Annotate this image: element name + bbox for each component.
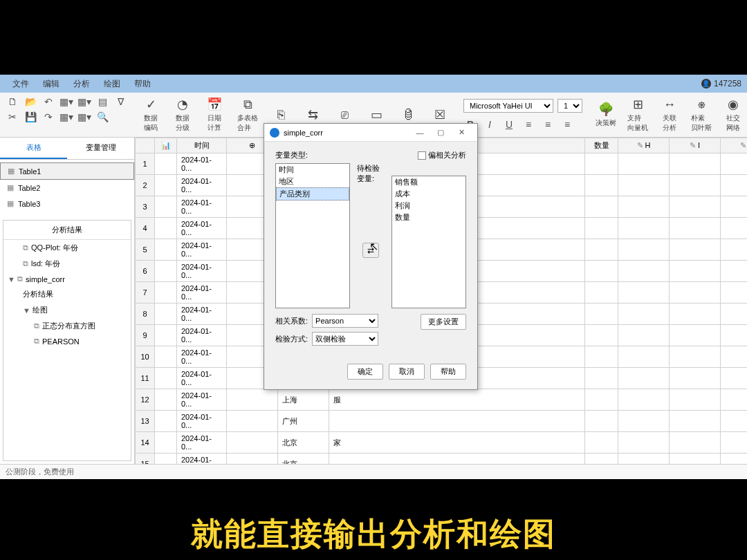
btn-t1[interactable]: ⎘: [267, 107, 295, 122]
table-row[interactable]: 152024-01-0...北京: [136, 454, 748, 465]
table-row[interactable]: 142024-01-0...北京家: [136, 432, 748, 454]
tab-table[interactable]: 表格: [0, 138, 67, 159]
open-icon[interactable]: 📂: [24, 95, 37, 108]
btn-t3[interactable]: ⎚: [331, 107, 358, 122]
close-icon[interactable]: ✕: [451, 128, 472, 137]
col-chart-icon[interactable]: 📊: [155, 138, 177, 153]
table3-icon[interactable]: ▦▾: [59, 111, 73, 123]
col-time[interactable]: 时间: [177, 138, 227, 153]
table4-icon[interactable]: ▦▾: [77, 111, 91, 123]
btn-more[interactable]: 更多设置: [421, 314, 466, 330]
btn-pie[interactable]: ◔数据 分级: [169, 97, 196, 133]
redo-icon[interactable]: ↷: [42, 111, 55, 123]
search-icon[interactable]: 🔍: [95, 111, 109, 123]
btn-cancel[interactable]: 取消: [389, 364, 425, 380]
col-I[interactable]: ✎ I: [670, 138, 721, 153]
lbl-test-var: 待检验变量:: [357, 163, 385, 184]
swap-button[interactable]: ⇄: [362, 243, 379, 258]
btn-merge[interactable]: ⧉多表格 合并: [232, 97, 263, 133]
italic-icon[interactable]: I: [483, 118, 497, 131]
align-right-icon[interactable]: ≡: [560, 118, 574, 131]
tree-qq[interactable]: ⧉QQ-Plot: 年份: [3, 240, 131, 256]
table-icon[interactable]: ▦▾: [59, 95, 73, 108]
tree-sc[interactable]: ▼⧉simple_corr: [3, 272, 131, 286]
list-item[interactable]: 成本: [392, 188, 465, 200]
btn-ok[interactable]: 确定: [347, 364, 383, 380]
user-badge[interactable]: 👤 147258: [701, 79, 741, 88]
btn-assoc[interactable]: ↔关联 分析: [656, 97, 683, 133]
format-icon[interactable]: ▤: [95, 95, 109, 108]
underline-icon[interactable]: U: [502, 118, 516, 131]
menu-edit[interactable]: 编辑: [36, 78, 66, 90]
tables-list: ▦Table1▦Table2▦Table3: [0, 160, 134, 214]
list-item[interactable]: 时间: [276, 164, 349, 176]
sidebar: 表格 变量管理 ▦Table1▦Table2▦Table3 分析结果 ⧉QQ-P…: [0, 138, 135, 464]
statusbar: 公测阶段，免费使用: [0, 464, 747, 479]
new-icon[interactable]: 🗋: [6, 95, 19, 108]
undo-icon[interactable]: ↶: [42, 95, 55, 108]
btn-db[interactable]: 🛢: [394, 107, 422, 122]
user-icon: 👤: [701, 79, 711, 88]
sel-test-method[interactable]: 双侧检验: [312, 332, 378, 346]
dialog-title: simple_corr: [284, 129, 323, 137]
menubar: 文件 编辑 分析 绘图 帮助 👤 147258: [0, 75, 747, 93]
menu-file[interactable]: 文件: [6, 78, 36, 90]
lbl-var-type: 变量类型:: [275, 150, 308, 160]
btn-check[interactable]: ✓数据 编码: [137, 97, 165, 133]
lbl-corr-coef: 相关系数:: [275, 316, 308, 326]
lbl-test-method: 检验方式:: [275, 334, 308, 344]
btn-t4[interactable]: ▭: [362, 107, 390, 122]
list-item[interactable]: 销售额: [392, 176, 465, 188]
tree-hist[interactable]: ⧉正态分布直方图: [3, 318, 131, 334]
cut-icon[interactable]: ✂: [6, 111, 19, 123]
maximize-icon[interactable]: ▢: [430, 128, 451, 137]
btn-del[interactable]: ☒: [426, 107, 454, 122]
sel-corr-coef[interactable]: Pearson: [312, 314, 378, 328]
list-item[interactable]: 数量: [392, 212, 465, 223]
menu-analyze[interactable]: 分析: [66, 78, 97, 90]
chk-partial[interactable]: 偏相关分析: [418, 150, 466, 160]
table-row[interactable]: 132024-01-0...广州: [136, 411, 748, 432]
btn-social[interactable]: ◉社交 网络: [719, 97, 747, 133]
table-row[interactable]: 122024-01-0...上海服: [136, 389, 748, 411]
listbox-vartype[interactable]: 时间地区产品类别: [275, 163, 350, 308]
dialog-simple-corr: simple_corr — ▢ ✕ 变量类型: 偏相关分析 时间地区产品类别 待…: [264, 123, 478, 390]
sidebar-table-item[interactable]: ▦Table2: [0, 180, 134, 196]
menu-plot[interactable]: 绘图: [97, 78, 127, 90]
col-qty[interactable]: 数量: [585, 138, 618, 153]
col-J[interactable]: ✎ J: [721, 138, 748, 153]
list-item[interactable]: 产品类别: [276, 187, 349, 200]
save-icon[interactable]: 💾: [24, 111, 37, 123]
align-center-icon[interactable]: ≡: [541, 118, 555, 131]
filter-icon[interactable]: ∇: [113, 95, 127, 108]
btn-help[interactable]: 帮助: [430, 364, 466, 380]
font-name-select[interactable]: Microsoft YaHei UI: [463, 99, 553, 113]
listbox-testvar[interactable]: 销售额成本利润数量: [391, 176, 466, 308]
menu-help[interactable]: 帮助: [127, 78, 158, 90]
result-panel: 分析结果 ⧉QQ-Plot: 年份 ⧉lsd: 年份 ▼⧉simple_corr…: [3, 220, 131, 461]
table2-icon[interactable]: ▦▾: [77, 95, 91, 108]
dialog-titlebar[interactable]: simple_corr — ▢ ✕: [264, 124, 477, 142]
btn-nb[interactable]: ⎈朴素 贝叶斯: [688, 97, 715, 133]
btn-svm[interactable]: ⊞支持 向量机: [624, 97, 652, 133]
col-H[interactable]: ✎ H: [618, 138, 670, 153]
font-size-select[interactable]: 11: [557, 99, 582, 113]
btn-dectree[interactable]: 🌳决策树: [592, 102, 620, 128]
sidebar-table-item[interactable]: ▦Table1: [0, 162, 134, 180]
dialog-icon: [270, 128, 279, 138]
app-window: 文件 编辑 分析 绘图 帮助 👤 147258 🗋 📂 ↶ ▦▾ ▦▾ ▤ ∇ …: [0, 75, 747, 479]
video-caption: 就能直接输出分析和绘图: [0, 513, 747, 560]
align-left-icon[interactable]: ≡: [522, 118, 535, 131]
result-title: 分析结果: [3, 221, 131, 240]
tree-res[interactable]: 分析结果: [3, 286, 131, 302]
btn-cal[interactable]: 📅日期 计算: [201, 97, 228, 133]
tree-lsd[interactable]: ⧉lsd: 年份: [3, 256, 131, 272]
tree-plot[interactable]: ▼绘图: [3, 302, 131, 318]
btn-t2[interactable]: ⇆: [299, 107, 326, 122]
minimize-icon[interactable]: —: [409, 129, 430, 137]
sidebar-table-item[interactable]: ▦Table3: [0, 196, 134, 212]
tab-varmgr[interactable]: 变量管理: [67, 138, 134, 159]
list-item[interactable]: 利润: [392, 200, 465, 212]
tree-pearson[interactable]: ⧉PEARSON: [3, 334, 131, 348]
list-item[interactable]: 地区: [276, 176, 349, 187]
